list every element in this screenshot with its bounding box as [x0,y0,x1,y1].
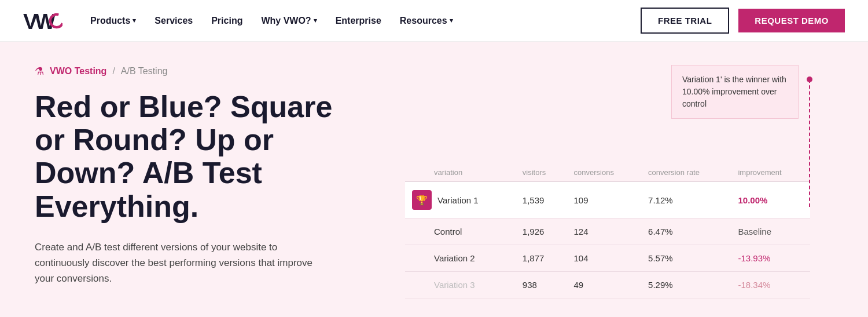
tooltip-dashed-line [809,79,810,207]
conversion-rate-cell: 5.29% [641,272,731,298]
ab-results-table: variation visitors conversions conversio… [405,163,810,298]
variation-cell: 🏆 Variation 1 [405,182,516,218]
trophy-badge: 🏆 [412,190,432,210]
table-row: Variation 2 1,877 104 5.57% -13.93% [405,245,810,272]
chevron-down-icon: ▾ [133,17,136,24]
breadcrumb-page: A/B Testing [121,66,168,76]
conversion-rate-cell: 5.57% [641,245,731,272]
col-header-conversion-rate: conversion rate [641,163,731,182]
svg-text:W: W [35,9,56,33]
improvement-cell: -13.93% [731,245,810,272]
hero-section: ⚗ VWO Testing / A/B Testing Red or Blue?… [0,42,868,317]
nav-actions: FREE TRIAL REQUEST DEMO [641,8,845,34]
hero-left: ⚗ VWO Testing / A/B Testing Red or Blue?… [35,65,370,286]
nav-pricing[interactable]: Pricing [211,16,242,26]
conversion-rate-cell: 6.47% [641,218,731,245]
table-row: 🏆 Variation 1 1,539 109 7.12% 10.00% [405,182,810,218]
table-row: Variation 3 938 49 5.29% -18.34% [405,272,810,298]
improvement-cell: -18.34% [731,272,810,298]
visitors-cell: 1,539 [516,182,567,218]
nav-links: Products ▾ Services Pricing Why VWO? ▾ E… [90,16,641,26]
flask-icon: ⚗ [35,65,44,78]
logo[interactable]: V W [23,8,62,34]
col-header-visitors: visitors [516,163,567,182]
conversions-cell: 124 [567,218,642,245]
hero-title: Red or Blue? Square or Round? Up or Down… [35,90,370,223]
nav-enterprise[interactable]: Enterprise [336,16,381,26]
visitors-cell: 1,877 [516,245,567,272]
chevron-down-icon: ▾ [314,17,317,24]
visitors-cell: 938 [516,272,567,298]
improvement-cell: Baseline [731,218,810,245]
navbar: V W Products ▾ Services Pricing Why VWO?… [0,0,868,42]
variation-cell: Variation 3 [405,272,516,298]
chevron-down-icon: ▾ [450,17,453,24]
table-row: Control 1,926 124 6.47% Baseline [405,218,810,245]
breadcrumb-section: VWO Testing [50,66,106,76]
conversion-rate-cell: 7.12% [641,182,731,218]
conversions-cell: 49 [567,272,642,298]
improvement-cell: 10.00% [731,182,810,218]
variation-cell: Control [405,218,516,245]
variation-cell: Variation 2 [405,245,516,272]
nav-why-vwo[interactable]: Why VWO? ▾ [261,16,317,26]
conversions-cell: 104 [567,245,642,272]
hero-right: Variation 1' is the winner with 10.00% i… [405,65,833,298]
breadcrumb-separator: / [112,66,115,76]
tooltip-text: Variation 1' is the winner with 10.00% i… [682,75,786,108]
hero-description: Create and A/B test different versions o… [35,239,324,287]
col-header-variation: variation [405,163,516,182]
nav-products[interactable]: Products ▾ [90,16,136,26]
breadcrumb: ⚗ VWO Testing / A/B Testing [35,65,370,78]
nav-services[interactable]: Services [155,16,193,26]
col-header-conversions: conversions [567,163,642,182]
nav-resources[interactable]: Resources ▾ [400,16,453,26]
free-trial-button[interactable]: FREE TRIAL [641,8,729,34]
request-demo-button[interactable]: REQUEST DEMO [738,9,845,32]
table-header-row: variation visitors conversions conversio… [405,163,810,182]
tooltip-box: Variation 1' is the winner with 10.00% i… [671,65,799,119]
col-header-improvement: improvement [731,163,810,182]
conversions-cell: 109 [567,182,642,218]
visitors-cell: 1,926 [516,218,567,245]
